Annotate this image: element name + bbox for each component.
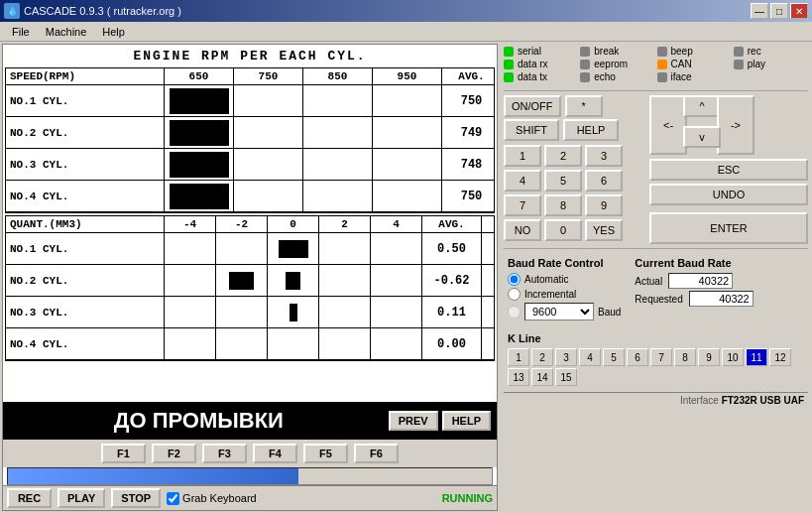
indicator-eeprom: eeprom [580, 59, 654, 69]
quant-col-p4: 4 [371, 216, 422, 232]
baud-incremental-label: Incremental [524, 289, 576, 300]
kline-btn-13[interactable]: 13 [508, 368, 529, 386]
table-row: NO.2 CYL. 749 [6, 117, 494, 149]
menu-help[interactable]: Help [94, 24, 133, 40]
indicator-break: break [580, 46, 654, 57]
table-row: NO.2 CYL. -0.62 [6, 265, 494, 297]
row4-bar650 [165, 181, 234, 211]
prev-button[interactable]: PREV [389, 411, 438, 431]
quant-col-avg: AVG. [422, 216, 482, 232]
bottom-bar: ДО ПРОМЫВКИ PREV HELP F1 F2 F3 F4 F5 F6 … [3, 402, 497, 510]
grab-keyboard-label[interactable]: Grab Keyboard [167, 492, 257, 505]
kline-btn-6[interactable]: 6 [627, 348, 648, 366]
row1-avg: 750 [442, 85, 502, 116]
current-baud-section: Current Baud Rate Actual Requested [631, 253, 756, 326]
num-1[interactable]: 1 [504, 145, 541, 167]
baud-custom-radio[interactable] [508, 306, 521, 319]
rec-button[interactable]: REC [7, 488, 52, 508]
qrow1-avg: 0.50 [422, 233, 482, 264]
right-side-buttons: <- ^ -> v ESC UNDO ENTER [649, 95, 808, 244]
num-8[interactable]: 8 [544, 194, 582, 216]
star-button[interactable]: * [565, 95, 603, 117]
esc-button[interactable]: ESC [649, 159, 808, 181]
nav-down-button[interactable]: v [683, 126, 721, 148]
interface-bar: Interface FT232R USB UAF [504, 392, 808, 408]
baud-value-select[interactable]: 9600 [524, 303, 594, 321]
num-0[interactable]: 0 [544, 219, 582, 241]
f6-button[interactable]: F6 [354, 444, 399, 463]
nav-cluster: <- ^ -> v [649, 95, 808, 155]
f5-button[interactable]: F5 [303, 444, 348, 463]
kline-btn-5[interactable]: 5 [603, 348, 625, 366]
left-controls: ON/OFF * SHIFT HELP 1 2 3 4 5 6 7 8 [504, 95, 645, 244]
num-9[interactable]: 9 [585, 194, 623, 216]
num-3[interactable]: 3 [585, 145, 623, 167]
nav-left-button[interactable]: <- [649, 95, 687, 155]
kline-section: K Line 123456789101112131415 [504, 328, 808, 390]
baud-automatic-radio[interactable] [508, 273, 521, 286]
menu-machine[interactable]: Machine [38, 24, 95, 40]
kline-btn-10[interactable]: 10 [722, 348, 744, 366]
table-row: NO.1 CYL. 750 [6, 85, 494, 117]
f2-button[interactable]: F2 [152, 444, 196, 463]
menu-file[interactable]: File [4, 24, 38, 40]
indicator-datatx: data tx [504, 71, 578, 82]
undo-button[interactable]: UNDO [649, 184, 808, 205]
grab-keyboard-checkbox[interactable] [167, 492, 179, 505]
num-4[interactable]: 4 [504, 170, 541, 192]
kline-btn-15[interactable]: 15 [555, 368, 577, 386]
qrow2-p4 [371, 265, 422, 296]
kline-btn-9[interactable]: 9 [698, 348, 720, 366]
kline-btn-11[interactable]: 11 [746, 348, 767, 366]
kline-btn-3[interactable]: 3 [555, 348, 577, 366]
row2-label: NO.2 CYL. [6, 117, 165, 148]
indicator-can-label: CAN [671, 59, 692, 69]
qrow3-n4 [165, 297, 216, 327]
num-5[interactable]: 5 [544, 170, 582, 192]
yes-button[interactable]: YES [585, 219, 623, 241]
f4-button[interactable]: F4 [253, 444, 297, 463]
led-can [657, 60, 667, 69]
maximize-button[interactable]: □ [770, 3, 788, 19]
qrow1-n4 [165, 233, 216, 264]
kline-btn-2[interactable]: 2 [531, 348, 553, 366]
promo-text: ДО ПРОМЫВКИ [9, 408, 389, 434]
qrow4-n4 [165, 328, 216, 359]
minimize-button[interactable]: — [751, 3, 768, 19]
kline-btn-14[interactable]: 14 [531, 368, 553, 386]
kline-btn-4[interactable]: 4 [579, 348, 601, 366]
qrow4-p4 [371, 328, 422, 359]
baud-incremental-radio[interactable] [508, 288, 521, 301]
num-2[interactable]: 2 [544, 145, 582, 167]
interface-label: Interface [680, 395, 719, 406]
qrow3-p4 [371, 297, 422, 327]
row2-bar650 [165, 117, 234, 148]
shift-button[interactable]: SHIFT [504, 119, 559, 141]
onoff-button[interactable]: ON/OFF [504, 95, 561, 117]
help-button[interactable]: HELP [442, 411, 491, 431]
rpm-col-avg: AVG. [442, 68, 502, 84]
kline-btn-12[interactable]: 12 [769, 348, 791, 366]
num-7[interactable]: 7 [504, 194, 541, 216]
kline-btn-8[interactable]: 8 [674, 348, 696, 366]
stop-button[interactable]: STOP [111, 488, 161, 508]
play-button[interactable]: PLAY [58, 488, 105, 508]
indicator-serial: serial [504, 46, 578, 57]
numpad: 1 2 3 4 5 6 7 8 9 NO 0 YES [504, 145, 645, 241]
kline-btn-1[interactable]: 1 [508, 348, 529, 366]
close-button[interactable]: ✕ [790, 3, 808, 19]
kline-btn-7[interactable]: 7 [650, 348, 672, 366]
nav-right-button[interactable]: -> [717, 95, 754, 155]
no-button[interactable]: NO [504, 219, 541, 241]
qrow4-label: NO.4 CYL. [6, 328, 165, 359]
enter-button[interactable]: ENTER [649, 212, 808, 244]
f3-button[interactable]: F3 [202, 444, 247, 463]
num-6[interactable]: 6 [585, 170, 623, 192]
help-btn[interactable]: HELP [563, 119, 619, 141]
indicator-beep: beep [657, 46, 732, 57]
f1-button[interactable]: F1 [101, 444, 146, 463]
nav-up-button[interactable]: ^ [683, 95, 721, 117]
quant-col-label: QUANT.(MM3) [6, 216, 165, 232]
top-btn-row: ON/OFF * [504, 95, 645, 117]
qrow2-n2 [216, 265, 268, 296]
